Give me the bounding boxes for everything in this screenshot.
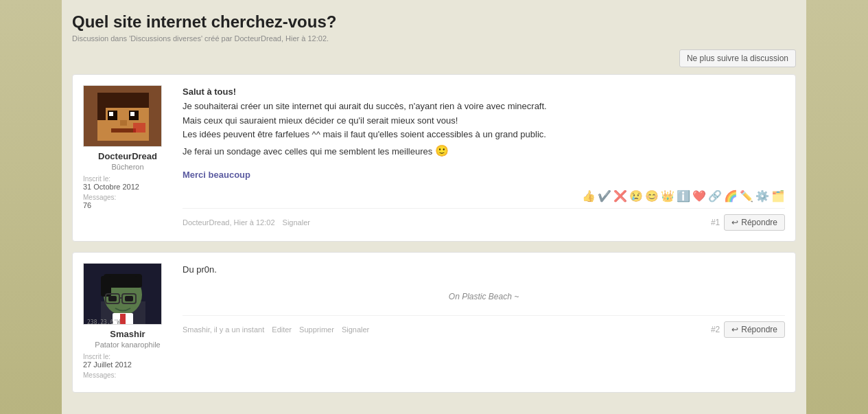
post-line-1: Je souhaiterai créer un site internet qu… bbox=[183, 101, 547, 111]
svg-rect-9 bbox=[111, 128, 136, 133]
svg-rect-23 bbox=[120, 314, 126, 325]
svg-rect-6 bbox=[109, 112, 113, 116]
post-line-2-0: Du pr0n. bbox=[183, 264, 217, 275]
user-meta-1: Inscrit le: 31 Octobre 2012 Messages: 76 bbox=[83, 175, 172, 209]
avatar-1 bbox=[83, 85, 162, 147]
post-number-2: #2 bbox=[711, 325, 720, 334]
svg-rect-3 bbox=[97, 93, 106, 120]
post-thanks: Merci beaucoup bbox=[183, 170, 250, 180]
post-text-2: Du pr0n. bbox=[183, 263, 785, 277]
reaction-thumbsup[interactable]: 👍 bbox=[582, 189, 596, 203]
left-background bbox=[0, 0, 62, 414]
reply-icon-2: ↩ bbox=[731, 325, 738, 334]
user-role-2: Patator kanarophile bbox=[83, 341, 172, 349]
post-body-1: Salut à tous! Je souhaiterai créer un si… bbox=[183, 85, 785, 231]
reply-button-2[interactable]: ↩ Répondre bbox=[724, 321, 785, 338]
signature-text: On Plastic Beach ~ bbox=[449, 292, 519, 301]
user-sidebar-1: DocteurDread Bûcheron Inscrit le: 31 Oct… bbox=[83, 85, 172, 231]
smile-emoji: 🙂 bbox=[435, 145, 449, 157]
reply-icon-1: ↩ bbox=[731, 218, 738, 227]
reaction-check[interactable]: ✔️ bbox=[598, 189, 611, 203]
joined-label-1: Inscrit le: bbox=[83, 175, 172, 183]
reaction-cry[interactable]: 😢 bbox=[629, 189, 643, 203]
svg-rect-8 bbox=[120, 120, 127, 126]
reaction-info[interactable]: ℹ️ bbox=[677, 189, 690, 203]
reaction-icons-1: 👍 ✔️ ❌ 😢 😊 👑 ℹ️ ❤️ 🔗 🌈 ✏️ ⚙️ 🗂️ bbox=[183, 189, 785, 203]
svg-rect-10 bbox=[133, 123, 145, 133]
post-line-4: Je ferai un sondage avec celles qui me s… bbox=[183, 146, 432, 157]
post-card-1: DocteurDread Bûcheron Inscrit le: 31 Oct… bbox=[72, 74, 796, 242]
main-content: Quel site internet cherchez-vous? Discus… bbox=[62, 0, 806, 414]
post-actions-1: #1 ↩ Répondre bbox=[711, 214, 785, 231]
post-footer-2: Smashir, il y a un instant Editer Suppri… bbox=[183, 315, 785, 338]
joined-date-2: 27 Juillet 2012 bbox=[83, 360, 172, 369]
post-actions-2: #2 ↩ Répondre bbox=[711, 321, 785, 338]
post-card-2: 238.23.6'W Smashir Patator kanarophile I… bbox=[72, 252, 796, 393]
page-subtitle: Discussion dans 'Discussions diverses' c… bbox=[72, 34, 796, 43]
post-line-2: Mais ceux qui sauraient mieux décider ce… bbox=[183, 115, 458, 126]
unfollow-button[interactable]: Ne plus suivre la discussion bbox=[679, 49, 796, 67]
reaction-heart[interactable]: ❤️ bbox=[692, 189, 706, 203]
reaction-cross[interactable]: ❌ bbox=[613, 189, 627, 203]
message-count-1: 76 bbox=[83, 201, 172, 209]
delete-link-2[interactable]: Supprimer bbox=[299, 325, 334, 334]
messages-label-2: Messages: bbox=[83, 371, 172, 379]
post-line-0: Salut à tous! bbox=[183, 87, 236, 97]
post-footer-1: DocteurDread, Hier à 12:02 Signaler #1 ↩… bbox=[183, 208, 785, 231]
joined-date-1: 31 Octobre 2012 bbox=[83, 183, 172, 191]
post-author-date-2: Smashir, il y a un instant bbox=[183, 325, 264, 334]
svg-rect-21 bbox=[125, 296, 133, 301]
post-meta-2: Smashir, il y a un instant Editer Suppri… bbox=[183, 325, 369, 334]
svg-text:238.23.6'W: 238.23.6'W bbox=[87, 319, 120, 325]
user-sidebar-2: 238.23.6'W Smashir Patator kanarophile I… bbox=[83, 263, 172, 382]
reaction-pencil[interactable]: ✏️ bbox=[740, 189, 753, 203]
joined-label-2: Inscrit le: bbox=[83, 353, 172, 360]
post-author-date-1: DocteurDread, Hier à 12:02 bbox=[183, 218, 275, 227]
reply-label-1: Répondre bbox=[741, 218, 777, 227]
post-meta-1: DocteurDread, Hier à 12:02 Signaler bbox=[183, 218, 310, 227]
username-2: Smashir bbox=[83, 329, 172, 339]
reaction-folder[interactable]: 🗂️ bbox=[771, 189, 785, 203]
reaction-smile[interactable]: 😊 bbox=[645, 189, 659, 203]
reaction-rainbow[interactable]: 🌈 bbox=[724, 189, 738, 203]
svg-rect-20 bbox=[108, 296, 117, 301]
actions-bar: Ne plus suivre la discussion bbox=[72, 49, 796, 67]
messages-label-1: Messages: bbox=[83, 194, 172, 201]
reaction-crown[interactable]: 👑 bbox=[661, 189, 675, 203]
reaction-link[interactable]: 🔗 bbox=[708, 189, 722, 203]
user-role-1: Bûcheron bbox=[83, 163, 172, 171]
report-link-1[interactable]: Signaler bbox=[283, 218, 310, 227]
reply-button-1[interactable]: ↩ Répondre bbox=[724, 214, 785, 231]
post-text-1: Salut à tous! Je souhaiterai créer un si… bbox=[183, 85, 785, 160]
edit-link-2[interactable]: Editer bbox=[272, 325, 292, 334]
post-line-3: Les idées peuvent être farfelues ^^ mais… bbox=[183, 129, 546, 139]
report-link-2[interactable]: Signaler bbox=[342, 325, 369, 334]
svg-rect-7 bbox=[130, 112, 134, 116]
page-title: Quel site internet cherchez-vous? bbox=[72, 12, 796, 32]
reply-label-2: Répondre bbox=[741, 325, 777, 334]
right-background bbox=[806, 0, 868, 414]
post-body-2: Du pr0n. On Plastic Beach ~ Smashir, il … bbox=[183, 263, 785, 382]
svg-rect-16 bbox=[135, 276, 142, 286]
reaction-gear[interactable]: ⚙️ bbox=[755, 189, 769, 203]
post-signature-2: On Plastic Beach ~ bbox=[183, 285, 785, 308]
avatar-2: 238.23.6'W bbox=[83, 263, 162, 325]
post-number-1: #1 bbox=[711, 218, 720, 227]
username-1: DocteurDread bbox=[83, 151, 172, 161]
user-meta-2: Inscrit le: 27 Juillet 2012 Messages: bbox=[83, 353, 172, 379]
